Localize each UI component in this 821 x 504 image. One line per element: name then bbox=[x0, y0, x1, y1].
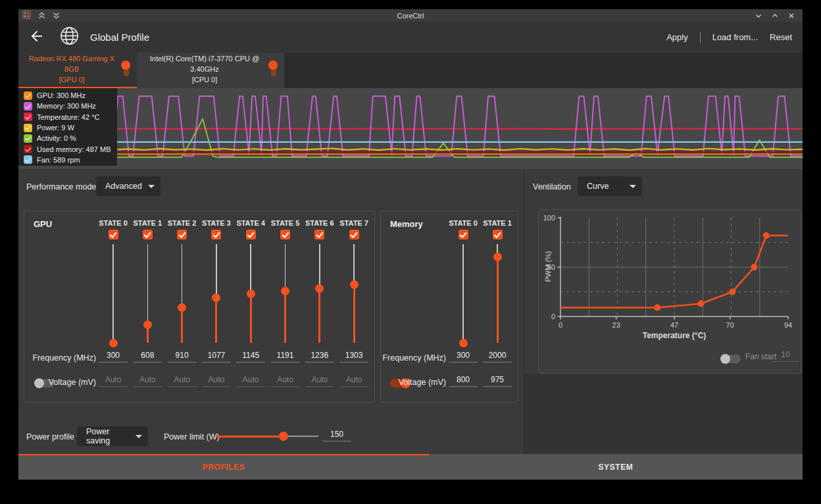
legend-checkbox[interactable] bbox=[24, 134, 32, 143]
voltage-input[interactable]: Auto bbox=[168, 375, 197, 387]
pin-toggle-icon[interactable] bbox=[268, 61, 278, 79]
frequency-slider[interactable] bbox=[493, 244, 502, 343]
right-panel-spacer bbox=[524, 374, 803, 454]
voltage-input[interactable]: Auto bbox=[133, 375, 162, 387]
voltage-input[interactable]: Auto bbox=[99, 375, 128, 387]
slider-handle[interactable] bbox=[493, 253, 502, 261]
power-limit-label: Power limit (W) bbox=[164, 432, 220, 441]
state-checkbox[interactable] bbox=[349, 230, 359, 239]
reset-button[interactable]: Reset bbox=[770, 32, 792, 42]
voltage-input[interactable]: Auto bbox=[271, 375, 300, 387]
frequency-slider[interactable] bbox=[350, 244, 359, 343]
tab-system[interactable]: SYSTEM bbox=[429, 454, 803, 480]
frequency-row-label: Frequency (MHz) bbox=[381, 353, 446, 363]
power-limit-input[interactable]: 150 bbox=[322, 430, 351, 441]
voltage-input[interactable]: Auto bbox=[339, 375, 368, 387]
legend-label: GPU: 300 MHz bbox=[37, 91, 86, 99]
frequency-input[interactable]: 608 bbox=[133, 351, 162, 363]
state-checkbox[interactable] bbox=[177, 230, 187, 239]
sensor-legend: GPU: 300 MHzMemory: 300 MHzTemperature: … bbox=[18, 88, 117, 166]
slider-handle[interactable] bbox=[212, 293, 220, 302]
tab-cpu-device[interactable]: Intel(R) Core(TM) i7-3770 CPU @ 3.40GHz … bbox=[137, 53, 284, 88]
legend-checkbox[interactable] bbox=[24, 155, 32, 164]
maximize-button[interactable] bbox=[772, 13, 778, 19]
state-checkbox[interactable] bbox=[314, 230, 324, 239]
tab-gpu-device[interactable]: Radeon RX 480 Gaming X 8GB [GPU 0] bbox=[18, 53, 137, 88]
slider-handle[interactable] bbox=[459, 339, 468, 347]
power-limit-slider[interactable] bbox=[216, 432, 318, 441]
state-checkbox[interactable] bbox=[280, 230, 290, 239]
voltage-row-label: Voltage (mV) bbox=[381, 378, 446, 387]
legend-item: Used memory: 487 MB bbox=[24, 143, 117, 154]
legend-checkbox[interactable] bbox=[24, 102, 32, 111]
slider-handle[interactable] bbox=[143, 320, 152, 329]
slider-handle[interactable] bbox=[178, 303, 186, 312]
frequency-input[interactable]: 1191 bbox=[271, 351, 300, 363]
fan-start-input[interactable]: 10 bbox=[772, 350, 799, 362]
slider-handle[interactable] bbox=[247, 290, 255, 298]
slider-handle[interactable] bbox=[350, 280, 359, 289]
fan-curve-point[interactable] bbox=[763, 232, 770, 239]
tab-profiles[interactable]: PROFILES bbox=[18, 454, 429, 480]
frequency-input[interactable]: 300 bbox=[449, 351, 478, 363]
legend-checkbox[interactable] bbox=[24, 113, 32, 121]
frequency-input[interactable]: 1077 bbox=[202, 351, 231, 363]
legend-item: Temperature: 42 °C bbox=[24, 112, 117, 122]
fan-curve-chart[interactable]: 023477094050100 bbox=[539, 210, 801, 373]
frequency-slider[interactable] bbox=[281, 244, 289, 343]
legend-checkbox[interactable] bbox=[24, 124, 32, 132]
fan-curve-point[interactable] bbox=[697, 301, 704, 307]
legend-checkbox[interactable] bbox=[24, 91, 32, 100]
ventilation-mode-dropdown[interactable]: Curve bbox=[578, 176, 642, 196]
legend-checkbox[interactable] bbox=[24, 145, 32, 153]
minimize-button[interactable] bbox=[755, 13, 762, 19]
pin-toggle-icon[interactable] bbox=[121, 61, 131, 79]
close-button[interactable] bbox=[788, 13, 795, 19]
frequency-slider[interactable] bbox=[212, 244, 220, 343]
voltage-input[interactable]: 975 bbox=[483, 375, 512, 387]
state-checkbox[interactable] bbox=[459, 230, 468, 239]
ventilation-label: Ventilation bbox=[533, 182, 571, 191]
state-label: STATE 7 bbox=[337, 219, 371, 227]
performance-mode-dropdown[interactable]: Advanced bbox=[96, 176, 161, 196]
state-checkbox[interactable] bbox=[211, 230, 221, 239]
slider-handle[interactable] bbox=[315, 284, 324, 293]
state-checkbox[interactable] bbox=[493, 230, 503, 239]
frequency-slider[interactable] bbox=[459, 244, 468, 343]
state-label: STATE 3 bbox=[199, 219, 234, 227]
fan-curve-point[interactable] bbox=[654, 305, 660, 311]
frequency-slider[interactable] bbox=[143, 244, 152, 343]
frequency-slider[interactable] bbox=[109, 244, 118, 343]
frequency-slider[interactable] bbox=[247, 244, 255, 343]
slider-fill bbox=[250, 293, 252, 343]
frequency-input[interactable]: 300 bbox=[99, 351, 128, 363]
voltage-input[interactable]: 800 bbox=[449, 375, 478, 387]
voltage-input[interactable]: Auto bbox=[236, 375, 265, 387]
voltage-input[interactable]: Auto bbox=[305, 375, 334, 387]
frequency-input[interactable]: 1236 bbox=[305, 351, 334, 363]
frequency-slider[interactable] bbox=[178, 244, 186, 343]
legend-item: GPU: 300 MHz bbox=[24, 90, 117, 101]
state-label: STATE 6 bbox=[303, 219, 337, 227]
frequency-input[interactable]: 1303 bbox=[339, 351, 368, 363]
voltage-input[interactable]: Auto bbox=[202, 375, 231, 387]
fan-curve-point[interactable] bbox=[751, 264, 757, 270]
slider-handle[interactable] bbox=[109, 339, 118, 347]
titlebar[interactable]: CoreCtrl bbox=[18, 9, 803, 22]
state-checkbox[interactable] bbox=[109, 230, 118, 239]
frequency-slider[interactable] bbox=[315, 244, 324, 343]
slider-handle[interactable] bbox=[281, 287, 289, 295]
frequency-input[interactable]: 1145 bbox=[236, 351, 265, 363]
back-button[interactable] bbox=[29, 29, 43, 46]
frequency-input[interactable]: 910 bbox=[168, 351, 197, 363]
load-from-button[interactable]: Load from... bbox=[712, 32, 758, 42]
state-checkbox[interactable] bbox=[246, 230, 256, 239]
fan-start-toggle[interactable] bbox=[721, 355, 741, 363]
apply-button[interactable]: Apply bbox=[666, 32, 688, 42]
fan-curve-point[interactable] bbox=[729, 289, 735, 295]
power-profile-dropdown[interactable]: Power saving bbox=[77, 426, 148, 446]
legend-label: Power: 9 W bbox=[37, 124, 74, 132]
chevron-down-icon bbox=[136, 435, 142, 438]
frequency-input[interactable]: 2000 bbox=[483, 351, 512, 363]
state-checkbox[interactable] bbox=[143, 230, 153, 239]
